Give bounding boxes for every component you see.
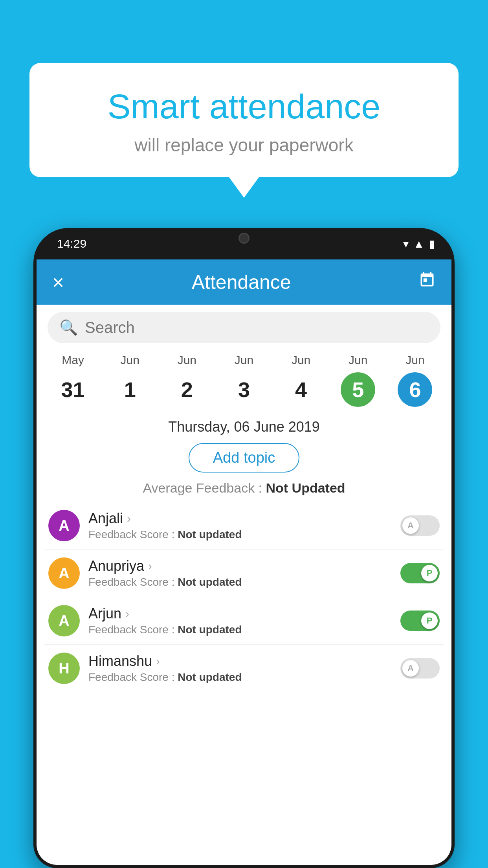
date-1[interactable]: 1 xyxy=(101,371,158,408)
student-name: Anjali › xyxy=(88,510,400,527)
add-topic-button[interactable]: Add topic xyxy=(189,443,299,473)
search-bar[interactable]: 🔍 xyxy=(48,312,440,343)
feedback-score: Feedback Score : Not updated xyxy=(88,671,400,684)
student-info: Anupriya › Feedback Score : Not updated xyxy=(88,558,400,588)
student-name: Arjun › xyxy=(88,605,400,622)
phone-frame: 14:29 ▾ ▲ ▮ × Attendance 🔍 xyxy=(33,228,455,868)
student-row[interactable]: A Anjali › Feedback Score : Not updated … xyxy=(44,502,444,550)
student-list: A Anjali › Feedback Score : Not updated … xyxy=(37,502,451,692)
month-jun5: Jun xyxy=(330,353,387,367)
student-row[interactable]: A Anupriya › Feedback Score : Not update… xyxy=(44,550,444,597)
date-31[interactable]: 31 xyxy=(44,371,101,408)
search-icon: 🔍 xyxy=(59,319,78,336)
front-camera xyxy=(238,233,250,244)
toggle-knob: P xyxy=(421,565,438,581)
toggle-knob: A xyxy=(402,517,419,534)
toggle-knob: A xyxy=(402,660,419,677)
status-icons: ▾ ▲ ▮ xyxy=(403,237,435,250)
close-button[interactable]: × xyxy=(52,270,64,294)
feedback-score: Feedback Score : Not updated xyxy=(88,528,400,541)
student-avatar: A xyxy=(48,605,80,636)
student-row[interactable]: H Himanshu › Feedback Score : Not update… xyxy=(44,645,444,692)
date-5-today[interactable]: 5 xyxy=(330,371,387,408)
selected-date: Thursday, 06 June 2019 xyxy=(37,412,451,438)
toggle-knob: P xyxy=(421,612,438,629)
chevron-right-icon: › xyxy=(156,655,160,668)
date-4[interactable]: 4 xyxy=(273,371,330,408)
app-header: × Attendance xyxy=(37,259,451,305)
student-info: Arjun › Feedback Score : Not updated xyxy=(88,605,400,636)
status-bar: 14:29 ▾ ▲ ▮ xyxy=(33,228,455,259)
attendance-toggle[interactable]: P xyxy=(400,563,440,583)
speech-bubble: Smart attendance will replace your paper… xyxy=(29,63,459,177)
date-2[interactable]: 2 xyxy=(158,371,215,408)
calendar-icon[interactable] xyxy=(418,271,436,293)
student-avatar: H xyxy=(48,653,80,684)
chevron-right-icon: › xyxy=(127,512,131,525)
bubble-subtitle: will replace your paperwork xyxy=(57,134,431,156)
feedback-score: Feedback Score : Not updated xyxy=(88,576,400,588)
month-jun2: Jun xyxy=(158,353,215,367)
average-feedback: Average Feedback : Not Updated xyxy=(37,477,451,502)
attendance-toggle[interactable]: P xyxy=(400,611,440,631)
student-avatar: A xyxy=(48,510,80,541)
signal-icon: ▲ xyxy=(413,237,424,250)
phone-notch xyxy=(220,228,268,248)
date-3[interactable]: 3 xyxy=(215,371,272,408)
bubble-title: Smart attendance xyxy=(57,86,431,127)
status-time: 14:29 xyxy=(57,237,86,250)
month-may: May xyxy=(44,353,101,367)
student-row[interactable]: A Arjun › Feedback Score : Not updated P xyxy=(44,597,444,645)
chevron-right-icon: › xyxy=(125,607,129,620)
avg-feedback-value: Not Updated xyxy=(266,480,345,495)
header-title: Attendance xyxy=(64,271,418,294)
phone-screen: × Attendance 🔍 May Jun Jun Jun Jun Jun J… xyxy=(37,259,451,865)
month-jun4: Jun xyxy=(273,353,330,367)
month-jun1: Jun xyxy=(101,353,158,367)
month-jun3: Jun xyxy=(215,353,272,367)
attendance-toggle[interactable]: A xyxy=(400,658,440,679)
calendar-dates: 31 1 2 3 4 5 6 xyxy=(37,367,451,412)
search-input[interactable] xyxy=(85,319,429,337)
attendance-toggle[interactable]: A xyxy=(400,515,440,536)
date-6-selected[interactable]: 6 xyxy=(387,371,444,408)
student-name: Himanshu › xyxy=(88,653,400,669)
avg-feedback-label: Average Feedback : xyxy=(143,480,262,495)
wifi-icon: ▾ xyxy=(403,237,409,250)
calendar-months: May Jun Jun Jun Jun Jun Jun xyxy=(37,350,451,367)
month-jun6: Jun xyxy=(387,353,444,367)
chevron-right-icon: › xyxy=(148,559,152,573)
student-info: Anjali › Feedback Score : Not updated xyxy=(88,510,400,541)
student-info: Himanshu › Feedback Score : Not updated xyxy=(88,653,400,684)
battery-icon: ▮ xyxy=(429,237,435,250)
feedback-score: Feedback Score : Not updated xyxy=(88,623,400,636)
student-avatar: A xyxy=(48,557,80,589)
student-name: Anupriya › xyxy=(88,558,400,574)
